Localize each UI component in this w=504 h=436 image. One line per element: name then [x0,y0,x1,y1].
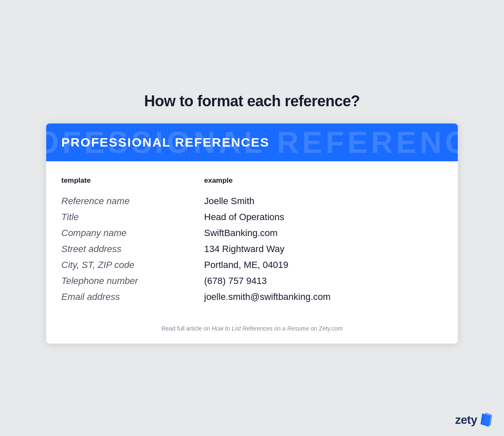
example-field: Joelle Smith [204,196,255,207]
footer-prefix: Read full article on [161,325,212,332]
template-field: Company name [61,228,204,239]
card-footer: Read full article on How to List Referen… [46,315,458,344]
example-field: 134 Rightward Way [204,244,284,255]
table-row: Telephone number(678) 757 9413 [61,273,443,289]
template-field: City, ST, ZIP code [61,260,204,271]
zety-logo-text: zety [455,413,477,427]
template-field: Email address [61,292,204,302]
table-row: Company nameSwiftBanking.com [61,225,443,241]
card-header: PROFESSIONAL REFERENCES PROFESSIONAL REF… [46,123,458,161]
template-field: Street address [61,244,204,255]
template-field: Telephone number [61,276,204,286]
zety-logo: zety [455,412,492,428]
card-body: template example Reference nameJoelle Sm… [46,161,458,315]
table-row: City, ST, ZIP codePortland, ME, 04019 [61,257,443,273]
columns-header: template example [61,176,443,185]
reference-rows: Reference nameJoelle SmithTitleHead of O… [61,193,443,305]
table-row: Street address134 Rightward Way [61,241,443,257]
example-field: (678) 757 9413 [204,276,267,286]
template-column-header: template [61,176,204,185]
example-field: Portland, ME, 04019 [204,260,289,271]
example-field: Head of Operations [204,212,284,223]
table-row: Reference nameJoelle Smith [61,193,443,209]
card-header-title: PROFESSIONAL REFERENCES [61,135,270,149]
zety-logo-icon [479,412,492,428]
table-row: Email addressjoelle.smith@swiftbanking.c… [61,289,443,305]
page-title: How to format each reference? [144,92,360,110]
footer-suffix: on Zety.com [309,325,343,332]
template-field: Title [61,212,204,223]
table-row: TitleHead of Operations [61,209,443,225]
example-field: SwiftBanking.com [204,228,278,239]
reference-card: PROFESSIONAL REFERENCES PROFESSIONAL REF… [46,123,458,344]
footer-link[interactable]: How to List References on a Resume [212,325,309,332]
example-column-header: example [204,176,233,185]
template-field: Reference name [61,196,204,207]
example-field: joelle.smith@swiftbanking.com [204,292,331,302]
